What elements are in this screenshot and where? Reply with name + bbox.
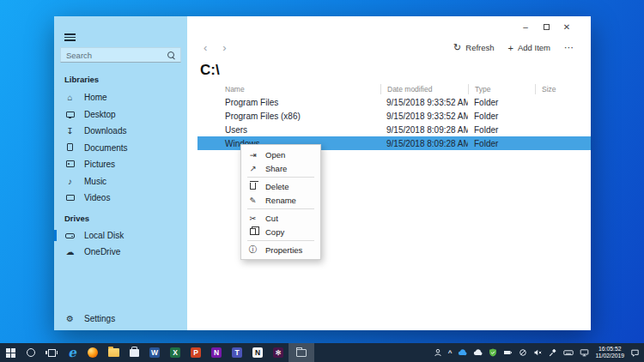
column-header-date-modified[interactable]: Date modified [380, 84, 468, 94]
task-view-button[interactable] [41, 343, 62, 362]
edge-taskbar-button[interactable]: e [62, 343, 82, 362]
desktop-icon [66, 112, 75, 118]
keyboard-icon[interactable] [563, 348, 574, 357]
context-menu: ⇥ Open ↗ Share Delete ✎ Rename ✂ Cut Cop… [240, 144, 321, 260]
taskbar-clock[interactable]: 16:05:52 11/02/2019 [595, 346, 624, 359]
search-icon [167, 51, 175, 59]
cortana-icon [27, 348, 35, 357]
context-menu-item-cut[interactable]: ✂ Cut [241, 211, 320, 225]
files-app-taskbar-button[interactable] [289, 343, 314, 362]
sidebar-item-documents[interactable]: Documents [54, 140, 187, 157]
context-menu-item-delete[interactable]: Delete [241, 179, 320, 193]
sidebar-item-desktop[interactable]: Desktop [54, 106, 187, 124]
row-type: Folder [468, 139, 535, 148]
volume-muted-icon[interactable] [533, 348, 543, 357]
word-icon: W [149, 347, 160, 358]
forward-button[interactable]: › [222, 42, 226, 54]
row-type: Folder [468, 98, 535, 107]
column-header-name[interactable]: Name [219, 84, 380, 94]
onedrive-personal-cloud-icon[interactable] [473, 348, 483, 357]
scissors-icon: ✂ [248, 214, 258, 223]
onedrive-cloud-icon[interactable] [458, 348, 467, 357]
teams-taskbar-button[interactable]: T [227, 343, 247, 362]
store-taskbar-button[interactable] [124, 343, 144, 362]
home-icon: ⌂ [64, 93, 76, 102]
trash-icon [250, 183, 256, 190]
file-explorer-taskbar-button[interactable] [103, 343, 124, 362]
onenote-taskbar-button[interactable]: N [206, 343, 227, 362]
table-row[interactable]: Program Files 9/15/2018 9:33:52 AM +02:0… [197, 95, 591, 109]
menu-item-label: Copy [265, 227, 284, 237]
sidebar-item-settings[interactable]: ⚙ Settings [54, 311, 187, 328]
ethernet-icon[interactable] [549, 348, 557, 357]
taskbar: e W X P N T N ✻ ^ [0, 343, 644, 362]
notion-taskbar-button[interactable]: N [247, 343, 268, 362]
store-icon [130, 349, 139, 357]
row-name: Program Files (x86) [219, 112, 380, 121]
row-date: 9/15/2018 9:33:52 AM +02:00 [380, 98, 468, 107]
firefox-taskbar-button[interactable] [82, 343, 103, 362]
more-options-button[interactable]: ⋯ [564, 42, 574, 53]
word-taskbar-button[interactable]: W [144, 343, 165, 362]
maximize-button[interactable] [536, 16, 556, 37]
row-date: 9/15/2018 8:09:28 AM +02:00 [380, 139, 468, 148]
context-menu-item-copy[interactable]: Copy [241, 225, 320, 238]
picture-icon [66, 160, 75, 167]
sidebar-list: Libraries ⌂ Home Desktop ↧ Downloads Doc… [54, 69, 187, 261]
windows-logo-icon [6, 348, 15, 358]
cortana-search-button[interactable] [21, 343, 41, 362]
document-icon [67, 143, 73, 151]
excel-taskbar-button[interactable]: X [165, 343, 185, 362]
refresh-icon: ↻ [453, 42, 461, 53]
context-menu-item-rename[interactable]: ✎ Rename [241, 193, 320, 207]
video-icon [66, 195, 75, 202]
refresh-button[interactable]: ↻ Refresh [453, 42, 494, 53]
battery-icon[interactable] [503, 348, 513, 357]
minimize-button[interactable]: – [515, 16, 536, 37]
copy-icon [250, 228, 256, 235]
context-menu-item-share[interactable]: ↗ Share [241, 161, 320, 175]
navigation-arrows: ‹ › [204, 42, 227, 54]
action-center-icon[interactable] [630, 348, 640, 358]
hamburger-menu-button[interactable] [64, 33, 76, 41]
row-name: Program Files [219, 98, 380, 107]
table-row[interactable]: Program Files (x86) 9/15/2018 9:33:52 AM… [197, 109, 591, 123]
context-menu-item-properties[interactable]: ⓘ Properties [241, 243, 320, 256]
close-button[interactable]: ✕ [556, 16, 577, 37]
network-icon[interactable] [519, 348, 527, 357]
toolbar: ↻ Refresh + Add Item ⋯ [453, 42, 574, 53]
cloud-icon: ☁ [64, 247, 76, 256]
files-app-icon [296, 349, 307, 357]
start-button[interactable] [0, 343, 21, 362]
sidebar-item-music[interactable]: ♪ Music [54, 173, 187, 190]
sidebar-item-onedrive[interactable]: ☁ OneDrive [54, 244, 187, 261]
sidebar-item-pictures[interactable]: Pictures [54, 156, 187, 173]
hidden-icons-chevron[interactable]: ^ [448, 349, 453, 357]
powerpoint-taskbar-button[interactable]: P [185, 343, 206, 362]
sidebar-item-home[interactable]: ⌂ Home [54, 89, 187, 106]
menu-separator [247, 240, 314, 241]
powerpoint-icon: P [191, 347, 201, 358]
menu-item-label: Properties [265, 245, 302, 255]
search-input[interactable]: Search [60, 47, 181, 63]
ellipsis-icon: ⋯ [564, 42, 574, 53]
sidebar-item-videos[interactable]: Videos [54, 190, 187, 207]
file-explorer-icon [108, 348, 119, 357]
downloads-icon: ↧ [64, 126, 76, 136]
row-date: 9/15/2018 8:09:28 AM +02:00 [380, 125, 468, 135]
context-menu-item-open[interactable]: ⇥ Open [241, 148, 320, 161]
table-row[interactable]: Users 9/15/2018 8:09:28 AM +02:00 Folder [197, 123, 591, 136]
back-button[interactable]: ‹ [204, 42, 207, 54]
monitor-icon[interactable] [580, 348, 589, 357]
menu-item-label: Cut [265, 214, 278, 223]
window-controls: – ✕ [515, 16, 577, 37]
purple-app-taskbar-button[interactable]: ✻ [268, 343, 289, 362]
column-header-size[interactable]: Size [535, 84, 591, 94]
rename-icon: ✎ [248, 196, 258, 205]
people-icon[interactable] [434, 348, 442, 357]
security-shield-icon[interactable] [489, 348, 497, 357]
add-item-button[interactable]: + Add Item [508, 43, 550, 53]
sidebar-item-downloads[interactable]: ↧ Downloads [54, 123, 187, 140]
column-header-type[interactable]: Type [468, 84, 535, 94]
sidebar-item-local-disk[interactable]: Local Disk [54, 227, 187, 244]
